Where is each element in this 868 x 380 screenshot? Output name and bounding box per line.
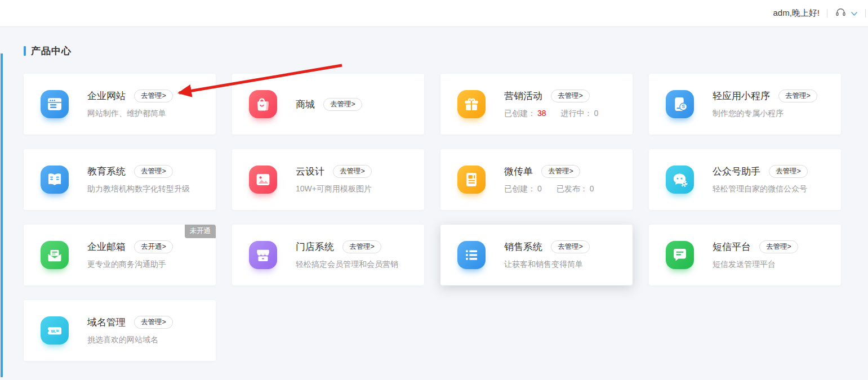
manage-button[interactable]: 去管理> <box>342 240 381 253</box>
card-sales-system[interactable]: 销售系统 去管理> 让获客和销售变得简单 <box>440 225 633 285</box>
manage-button[interactable]: 去管理> <box>541 165 580 178</box>
domain-ticket-icon: w.= <box>41 316 69 345</box>
product-description: 轻松搞定会员管理和会员营销 <box>296 260 398 270</box>
product-description: 让获客和销售变得简单 <box>504 260 590 270</box>
divider <box>827 9 827 17</box>
list-icon <box>457 241 486 269</box>
flyer-icon <box>457 166 486 194</box>
in-progress-count: 0 <box>594 109 599 118</box>
product-title: 商城 <box>296 98 315 111</box>
manage-button[interactable]: 去管理> <box>134 316 173 329</box>
chat-gear-icon <box>666 166 694 194</box>
manage-button[interactable]: 去管理> <box>551 240 590 253</box>
manage-button[interactable]: 去管理> <box>769 165 808 178</box>
topbar: adm,晚上好! <box>0 0 868 27</box>
headset-icon <box>835 7 847 20</box>
manage-button[interactable]: 去管理> <box>759 240 798 253</box>
product-title: 轻应用小程序 <box>713 90 770 102</box>
manage-button[interactable]: 去管理> <box>551 90 590 102</box>
card-domain-management[interactable]: w.= 域名管理 去管理> 挑选喜欢的网站域名 <box>24 300 216 361</box>
product-stats: 已创建：38 进行中：0 <box>504 109 598 119</box>
product-description: 10W+可商用模板图片 <box>296 184 372 194</box>
manage-button[interactable]: 去管理> <box>333 165 372 178</box>
product-title: 域名管理 <box>87 316 126 329</box>
created-count: 0 <box>537 184 542 193</box>
product-stats: 已创建：0 已发布：0 <box>504 184 594 194</box>
product-title: 短信平台 <box>713 240 751 253</box>
product-description: 挑选喜欢的网站域名 <box>87 335 173 345</box>
product-title: 云设计 <box>296 165 324 178</box>
product-title: 门店系统 <box>296 240 334 253</box>
shopping-bag-icon <box>249 90 277 118</box>
product-grid: 企业网站 去管理> 网站制作、维护都简单 商城 去管理> <box>24 74 841 361</box>
chevron-down-icon <box>851 8 858 19</box>
product-title: 企业邮箱 <box>87 240 126 253</box>
browser-window-icon <box>41 90 69 118</box>
left-accent-stripe <box>1 53 3 377</box>
section-accent-bar <box>24 46 26 56</box>
manage-button[interactable]: 去管理> <box>134 165 173 178</box>
image-icon <box>249 166 277 194</box>
product-description: 短信发送管理平台 <box>713 260 798 270</box>
card-enterprise-email[interactable]: 未开通 企业邮箱 去开通> 更专业的商务沟通助手 <box>24 225 216 285</box>
card-micro-flyer[interactable]: 微传单 去管理> 已创建：0 已发布：0 <box>440 149 633 210</box>
card-official-account-assistant[interactable]: 公众号助手 去管理> 轻松管理自家的微信公众号 <box>649 149 841 210</box>
not-activated-badge: 未开通 <box>185 225 216 238</box>
manage-button[interactable]: 去管理> <box>323 98 362 111</box>
activate-button[interactable]: 去开通> <box>134 240 173 253</box>
product-title: 企业网站 <box>87 90 126 102</box>
manage-button[interactable]: 去管理> <box>134 90 173 102</box>
card-mall[interactable]: 商城 去管理> <box>232 74 424 135</box>
card-sms-platform[interactable]: 短信平台 去管理> 短信发送管理平台 <box>649 225 841 285</box>
user-greeting: adm,晚上好! <box>773 8 820 19</box>
product-description: 网站制作、维护都简单 <box>87 109 173 119</box>
product-title: 销售系统 <box>504 240 542 253</box>
svg-text:S: S <box>682 104 685 109</box>
card-marketing-campaign[interactable]: 营销活动 去管理> 已创建：38 进行中：0 <box>440 74 633 135</box>
card-cloud-design[interactable]: 云设计 去管理> 10W+可商用模板图片 <box>232 149 424 210</box>
product-description: 轻松管理自家的微信公众号 <box>713 184 808 194</box>
card-miniprogram[interactable]: S 轻应用小程序 去管理> 制作您的专属小程序 <box>649 74 841 135</box>
storefront-icon <box>249 241 277 269</box>
gift-icon <box>457 90 486 118</box>
manage-button[interactable]: 去管理> <box>778 90 817 102</box>
created-count: 38 <box>537 109 546 118</box>
mail-icon <box>41 241 69 269</box>
product-description: 制作您的专属小程序 <box>713 109 817 119</box>
topbar-right: adm,晚上好! <box>773 7 866 20</box>
product-title: 公众号助手 <box>713 165 760 178</box>
open-book-icon <box>41 166 69 194</box>
section-title: 产品中心 <box>31 44 72 57</box>
product-title: 微传单 <box>504 165 533 178</box>
card-store-system[interactable]: 门店系统 去管理> 轻松搞定会员管理和会员营销 <box>232 225 424 285</box>
svg-text:w.=: w.= <box>50 328 59 334</box>
product-center-panel: 产品中心 企业网站 去管理> 网站制作、维护都简单 商城 <box>0 27 868 361</box>
published-count: 0 <box>590 184 594 193</box>
miniprogram-phone-icon: S <box>666 90 694 118</box>
sms-bubble-icon <box>666 241 694 269</box>
product-description: 更专业的商务沟通助手 <box>87 260 173 270</box>
product-title: 教育系统 <box>87 165 126 178</box>
card-education-system[interactable]: 教育系统 去管理> 助力教培机构数字化转型升级 <box>24 149 216 210</box>
customer-service-menu[interactable] <box>835 7 858 20</box>
product-description: 助力教培机构数字化转型升级 <box>87 184 190 194</box>
section-header: 产品中心 <box>24 44 841 57</box>
card-enterprise-website[interactable]: 企业网站 去管理> 网站制作、维护都简单 <box>24 74 216 135</box>
product-title: 营销活动 <box>504 90 542 102</box>
divider <box>865 9 866 17</box>
